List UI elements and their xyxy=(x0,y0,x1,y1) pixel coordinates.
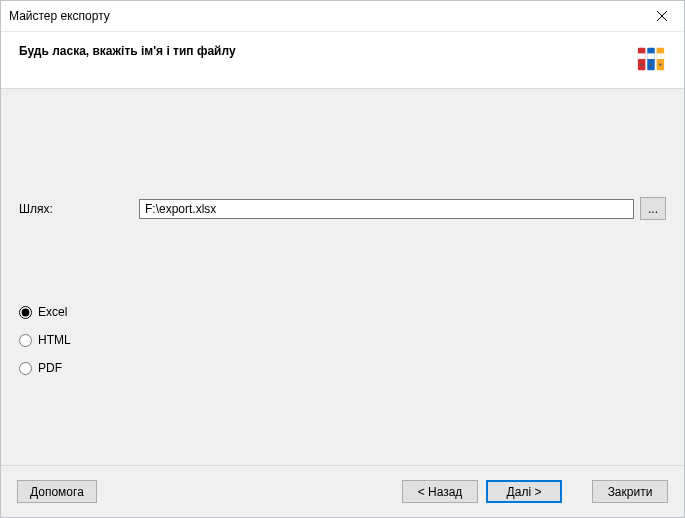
browse-button[interactable]: ... xyxy=(640,197,666,220)
window-close-button[interactable] xyxy=(639,1,684,31)
path-label: Шлях: xyxy=(19,202,139,216)
back-button[interactable]: < Назад xyxy=(402,480,478,503)
radio-excel[interactable]: Excel xyxy=(19,305,71,319)
help-button[interactable]: Допомога xyxy=(17,480,97,503)
close-button-label: Закрити xyxy=(608,485,653,499)
back-button-label: < Назад xyxy=(418,485,463,499)
svg-point-8 xyxy=(641,64,643,66)
close-icon xyxy=(657,11,667,21)
radio-excel-input[interactable] xyxy=(19,306,32,319)
wizard-header: Будь ласка, вкажіть ім'я і тип файлу xyxy=(1,32,684,89)
wizard-heading: Будь ласка, вкажіть ім'я і тип файлу xyxy=(19,44,236,58)
radio-pdf-label: PDF xyxy=(38,361,62,375)
svg-rect-5 xyxy=(638,53,646,59)
window-title: Майстер експорту xyxy=(9,9,110,23)
titlebar: Майстер експорту xyxy=(1,1,684,32)
close-button[interactable]: Закрити xyxy=(592,480,668,503)
svg-rect-7 xyxy=(657,53,665,59)
radio-html-input[interactable] xyxy=(19,334,32,347)
radio-pdf[interactable]: PDF xyxy=(19,361,71,375)
next-button-label: Далі > xyxy=(507,485,542,499)
wizard-footer: Допомога < Назад Далі > Закрити xyxy=(1,465,684,517)
path-input[interactable] xyxy=(139,199,634,219)
radio-html-label: HTML xyxy=(38,333,71,347)
help-button-label: Допомога xyxy=(30,485,84,499)
svg-point-10 xyxy=(659,64,661,66)
binders-icon xyxy=(636,44,666,74)
svg-point-9 xyxy=(650,64,652,66)
format-radio-group: Excel HTML PDF xyxy=(19,305,71,389)
radio-pdf-input[interactable] xyxy=(19,362,32,375)
wizard-body: Шлях: ... Excel HTML PDF xyxy=(1,89,684,465)
export-wizard-window: Майстер експорту Будь ласка, вкажіть ім'… xyxy=(0,0,685,518)
next-button[interactable]: Далі > xyxy=(486,480,562,503)
radio-excel-label: Excel xyxy=(38,305,67,319)
radio-html[interactable]: HTML xyxy=(19,333,71,347)
path-row: Шлях: ... xyxy=(19,197,666,220)
browse-button-label: ... xyxy=(648,203,658,215)
svg-rect-6 xyxy=(647,53,655,59)
